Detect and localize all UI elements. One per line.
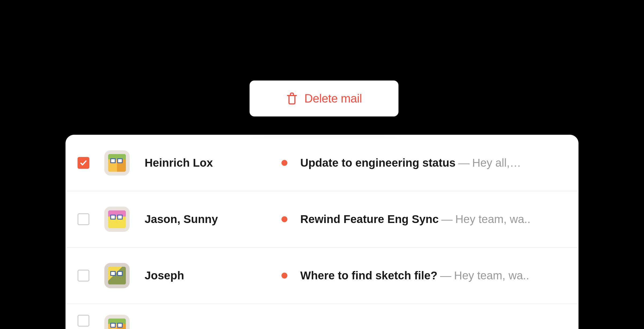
avatar	[104, 315, 130, 329]
unread-dot-icon	[281, 160, 287, 166]
mail-preview: Hey all,…	[472, 156, 521, 169]
mail-subject: Rewind Feature Eng Sync	[300, 213, 439, 226]
stage: Delete mail Heinrich Lox Update to engin…	[0, 0, 644, 329]
mail-row[interactable]: Heinrich Lox Update to engineering statu…	[66, 135, 578, 191]
mail-row[interactable]: Joseph Where to find sketch file? — Hey …	[66, 248, 578, 304]
mail-preview: Hey team, wa..	[454, 269, 529, 282]
avatar	[104, 207, 130, 232]
mail-subject: Update to engineering status	[300, 156, 456, 169]
preview-separator: —	[458, 156, 470, 169]
delete-mail-label: Delete mail	[304, 92, 362, 105]
mail-checkbox[interactable]	[78, 213, 89, 225]
mail-subject-line: Update to engineering status — Hey all,…	[300, 156, 521, 169]
mail-sender: Joseph	[145, 269, 281, 282]
preview-separator: —	[440, 269, 451, 282]
unread-dot-icon	[281, 273, 287, 279]
mail-checkbox[interactable]	[78, 157, 89, 169]
trash-icon	[286, 92, 298, 105]
avatar	[104, 263, 130, 288]
mail-subject: Where to find sketch file?	[300, 269, 437, 282]
mail-list-panel: Heinrich Lox Update to engineering statu…	[65, 135, 579, 329]
preview-separator: —	[441, 213, 453, 226]
mail-row[interactable]: Jason, Sunny Rewind Feature Eng Sync — H…	[66, 191, 578, 248]
avatar	[104, 150, 130, 176]
unread-dot-icon	[281, 216, 287, 222]
mail-checkbox[interactable]	[78, 270, 89, 282]
mail-sender: Jason, Sunny	[145, 213, 281, 226]
mail-preview: Hey team, wa..	[455, 213, 530, 226]
mail-row[interactable]	[66, 304, 578, 329]
mail-sender: Heinrich Lox	[145, 156, 281, 169]
delete-mail-button[interactable]: Delete mail	[250, 81, 398, 116]
mail-subject-line: Where to find sketch file? — Hey team, w…	[300, 269, 529, 282]
mail-checkbox[interactable]	[78, 315, 89, 327]
mail-subject-line: Rewind Feature Eng Sync — Hey team, wa..	[300, 213, 530, 226]
